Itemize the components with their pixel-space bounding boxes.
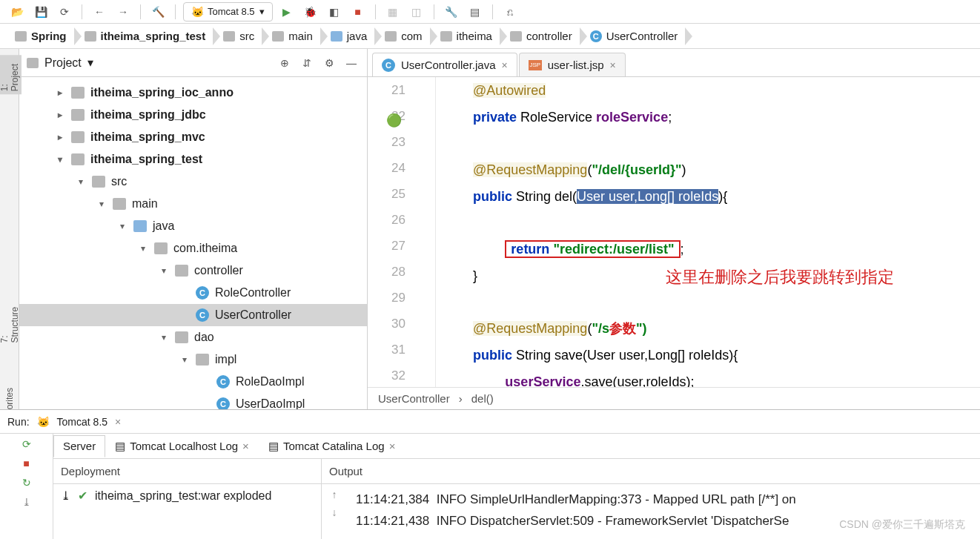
hide-icon[interactable]: — — [343, 55, 360, 71]
up-icon[interactable]: ↑ — [332, 489, 337, 500]
build-icon[interactable]: 🔨 — [148, 3, 168, 21]
tree-item[interactable]: ▾impl — [19, 348, 367, 371]
gear-icon[interactable]: ⚙ — [321, 55, 337, 71]
rerun-icon[interactable]: ⟳ — [22, 438, 31, 450]
run-config-name: Tomcat 8.5 — [57, 416, 107, 428]
project-tree[interactable]: ▸itheima_spring_ioc_anno▸itheima_spring_… — [19, 77, 367, 409]
favorites-tool-button[interactable]: orites — [4, 388, 15, 409]
editor-breadcrumb: UserController› del() — [368, 387, 980, 409]
crumb-itheima[interactable]: itheima — [431, 25, 501, 47]
run-side-toolbar: ⟳ ■ ↻ ⤓ — [0, 434, 53, 539]
line-gutter: 21 22🟢 23 24 25 26 27 28 29 30 31 32 — [368, 77, 436, 387]
deploy-icon: ⤓ — [61, 489, 70, 503]
crumb-method[interactable]: del() — [471, 392, 494, 405]
crumb-java[interactable]: java — [322, 25, 377, 47]
tree-item[interactable]: ▾controller — [19, 259, 367, 282]
tab-usercontroller[interactable]: CUserController.java× — [372, 53, 517, 76]
close-icon[interactable]: × — [610, 59, 616, 71]
tree-item[interactable]: CRoleDaoImpl — [19, 371, 367, 393]
tree-item[interactable]: CUserController — [19, 304, 367, 326]
tab-server[interactable]: Server — [53, 435, 105, 457]
editor-area: CUserController.java× JSPuser-list.jsp× … — [368, 49, 980, 409]
deployment-column: Deployment ⤓ ✔ itheima_spring_test:war e… — [53, 459, 322, 539]
run-tabs: Server ▤Tomcat Localhost Log× ▤Tomcat Ca… — [53, 434, 980, 459]
open-icon[interactable]: 📂 — [7, 3, 27, 21]
deployment-header: Deployment — [53, 459, 321, 484]
editor-tabs: CUserController.java× JSPuser-list.jsp× — [368, 49, 980, 77]
annotation-note: 这里在删除之后我要跳转到指定 — [666, 264, 894, 290]
tree-item[interactable]: CUserDaoImpl — [19, 393, 367, 409]
collapse-icon[interactable]: ⇵ — [299, 55, 315, 71]
save-icon[interactable]: 💾 — [31, 3, 50, 21]
watermark: CSDN @爱你三千遍斯塔克 — [839, 514, 965, 535]
ok-icon: ✔ — [78, 489, 87, 503]
main-toolbar: 📂 💾 ⟳ ← → 🔨 🐱 Tomcat 8.5 ▾ ▶ 🐞 ◧ ■ ▦ ◫ 🔧… — [0, 0, 980, 24]
run-config-selector[interactable]: 🐱 Tomcat 8.5 ▾ — [183, 2, 273, 22]
stop-icon[interactable]: ■ — [348, 3, 368, 21]
tree-item[interactable]: ▸itheima_spring_mvc — [19, 126, 367, 148]
run-title: Run: — [7, 416, 30, 428]
tree-item[interactable]: ▾main — [19, 193, 367, 215]
project-panel: Project▾ ⊕ ⇵ ⚙ — ▸itheima_spring_ioc_ann… — [19, 49, 368, 409]
back-icon[interactable]: ← — [90, 3, 109, 21]
tab-localhost-log[interactable]: ▤Tomcat Localhost Log× — [105, 435, 259, 457]
crumb-spring[interactable]: Spring — [6, 25, 76, 47]
vcs-icon[interactable]: 🟢 — [386, 108, 401, 122]
structure-icon[interactable]: ▤ — [466, 3, 485, 21]
tree-item[interactable]: ▾src — [19, 171, 367, 193]
chevron-down-icon[interactable]: ▾ — [87, 56, 93, 70]
deploy-icon[interactable]: ⤓ — [22, 496, 31, 508]
chevron-down-icon: ▾ — [259, 6, 265, 17]
tree-item[interactable]: CRoleController — [19, 282, 367, 304]
tab-userlist[interactable]: JSPuser-list.jsp× — [519, 53, 626, 76]
close-icon[interactable]: × — [389, 440, 396, 452]
tree-item[interactable]: ▸itheima_spring_jdbc — [19, 104, 367, 126]
crumb-com[interactable]: com — [376, 25, 431, 47]
tree-item[interactable]: ▾com.itheima — [19, 237, 367, 259]
redeploy-icon[interactable]: ↻ — [22, 477, 31, 489]
run-config-label: Tomcat 8.5 — [208, 6, 255, 17]
debug-icon[interactable]: 🐞 — [301, 3, 320, 21]
crumb-class[interactable]: CUserController — [581, 25, 687, 47]
project-tool-button[interactable]: 1: Project — [0, 55, 21, 94]
locate-icon[interactable]: ⊕ — [277, 55, 293, 71]
tree-item[interactable]: ▾java — [19, 215, 367, 237]
tree-item[interactable]: ▾dao — [19, 326, 367, 348]
refresh-icon[interactable]: ⟳ — [55, 3, 74, 21]
tomcat-icon: 🐱 — [191, 6, 203, 18]
crumb-module[interactable]: itheima_spring_test — [76, 25, 215, 47]
console-output[interactable]: 11:14:21,384 INFO SimpleUrlHandlerMappin… — [347, 484, 980, 539]
run-icon[interactable]: ▶ — [277, 3, 297, 21]
close-icon[interactable]: × — [115, 416, 121, 428]
coverage-icon[interactable]: ◧ — [325, 3, 344, 21]
project-panel-title: Project — [44, 56, 82, 70]
deployment-item[interactable]: ⤓ ✔ itheima_spring_test:war exploded — [53, 484, 321, 507]
crumb-controller[interactable]: controller — [501, 25, 581, 47]
output-header: Output — [322, 459, 980, 484]
close-icon[interactable]: × — [502, 59, 508, 71]
nav-breadcrumb: Spring itheima_spring_test src main java… — [0, 24, 980, 49]
git-icon[interactable]: ⎌ — [500, 3, 520, 21]
stop-icon[interactable]: ■ — [23, 457, 29, 469]
forward-icon[interactable]: → — [113, 3, 133, 21]
crumb-class[interactable]: UserController — [378, 392, 450, 405]
tab-catalina-log[interactable]: ▤Tomcat Catalina Log× — [259, 435, 405, 457]
down-icon[interactable]: ↓ — [332, 506, 337, 518]
layout-icon[interactable]: ▦ — [383, 3, 403, 21]
tomcat-icon: 🐱 — [37, 416, 50, 428]
close-icon[interactable]: × — [242, 440, 249, 452]
tree-item[interactable]: ▸itheima_spring_ioc_anno — [19, 82, 367, 104]
crumb-main[interactable]: main — [263, 25, 322, 47]
run-panel: Run: 🐱 Tomcat 8.5 × ⟳ ■ ↻ ⤓ Server ▤Tomc… — [0, 409, 980, 539]
crumb-src[interactable]: src — [214, 25, 263, 47]
tree-item[interactable]: ▾itheima_spring_test — [19, 148, 367, 171]
structure-tool-button[interactable]: 7: Structure — [0, 302, 20, 343]
code-editor[interactable]: @Autowired private RoleService roleServi… — [436, 77, 980, 387]
layout2-icon[interactable]: ◫ — [407, 3, 426, 21]
left-tool-strip: 1: Project 7: Structure orites — [0, 49, 19, 409]
wrench-icon[interactable]: 🔧 — [442, 3, 461, 21]
